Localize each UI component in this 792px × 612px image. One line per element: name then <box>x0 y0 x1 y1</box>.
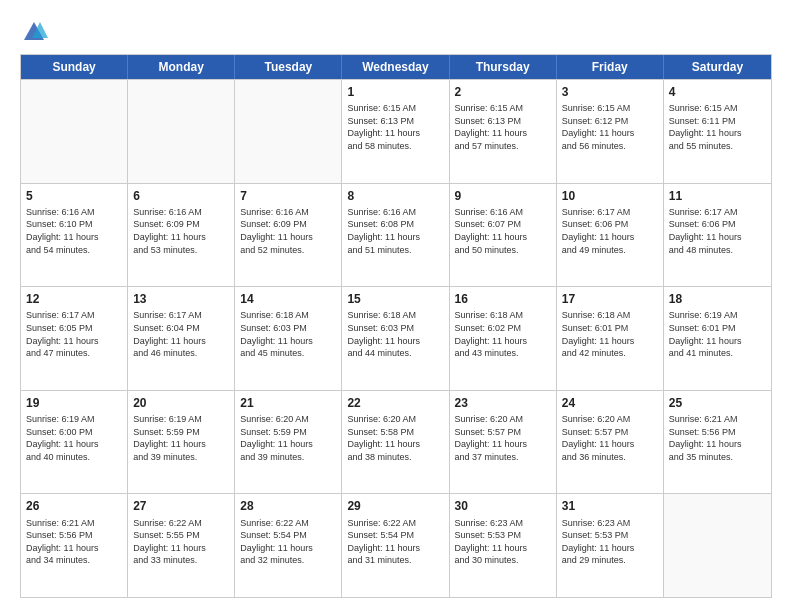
weekday-header-sunday: Sunday <box>21 55 128 79</box>
day-cell-14: 14Sunrise: 6:18 AM Sunset: 6:03 PM Dayli… <box>235 287 342 390</box>
day-number: 9 <box>455 188 551 204</box>
day-cell-25: 25Sunrise: 6:21 AM Sunset: 5:56 PM Dayli… <box>664 391 771 494</box>
day-cell-1: 1Sunrise: 6:15 AM Sunset: 6:13 PM Daylig… <box>342 80 449 183</box>
day-number: 6 <box>133 188 229 204</box>
day-number: 17 <box>562 291 658 307</box>
day-cell-31: 31Sunrise: 6:23 AM Sunset: 5:53 PM Dayli… <box>557 494 664 597</box>
day-info: Sunrise: 6:17 AM Sunset: 6:05 PM Dayligh… <box>26 309 122 359</box>
day-number: 22 <box>347 395 443 411</box>
day-info: Sunrise: 6:18 AM Sunset: 6:03 PM Dayligh… <box>347 309 443 359</box>
day-info: Sunrise: 6:22 AM Sunset: 5:54 PM Dayligh… <box>240 517 336 567</box>
day-info: Sunrise: 6:21 AM Sunset: 5:56 PM Dayligh… <box>26 517 122 567</box>
day-number: 14 <box>240 291 336 307</box>
day-cell-2: 2Sunrise: 6:15 AM Sunset: 6:13 PM Daylig… <box>450 80 557 183</box>
day-cell-15: 15Sunrise: 6:18 AM Sunset: 6:03 PM Dayli… <box>342 287 449 390</box>
week-row-4: 19Sunrise: 6:19 AM Sunset: 6:00 PM Dayli… <box>21 390 771 494</box>
empty-cell <box>235 80 342 183</box>
day-cell-10: 10Sunrise: 6:17 AM Sunset: 6:06 PM Dayli… <box>557 184 664 287</box>
calendar: SundayMondayTuesdayWednesdayThursdayFrid… <box>20 54 772 598</box>
day-info: Sunrise: 6:18 AM Sunset: 6:01 PM Dayligh… <box>562 309 658 359</box>
day-number: 25 <box>669 395 766 411</box>
weekday-header-wednesday: Wednesday <box>342 55 449 79</box>
day-number: 26 <box>26 498 122 514</box>
day-number: 28 <box>240 498 336 514</box>
day-info: Sunrise: 6:19 AM Sunset: 5:59 PM Dayligh… <box>133 413 229 463</box>
day-number: 21 <box>240 395 336 411</box>
day-number: 12 <box>26 291 122 307</box>
header <box>20 18 772 46</box>
day-number: 5 <box>26 188 122 204</box>
day-number: 11 <box>669 188 766 204</box>
day-cell-18: 18Sunrise: 6:19 AM Sunset: 6:01 PM Dayli… <box>664 287 771 390</box>
day-number: 29 <box>347 498 443 514</box>
day-number: 24 <box>562 395 658 411</box>
day-number: 10 <box>562 188 658 204</box>
day-cell-8: 8Sunrise: 6:16 AM Sunset: 6:08 PM Daylig… <box>342 184 449 287</box>
day-cell-19: 19Sunrise: 6:19 AM Sunset: 6:00 PM Dayli… <box>21 391 128 494</box>
day-info: Sunrise: 6:15 AM Sunset: 6:13 PM Dayligh… <box>347 102 443 152</box>
day-number: 18 <box>669 291 766 307</box>
week-row-3: 12Sunrise: 6:17 AM Sunset: 6:05 PM Dayli… <box>21 286 771 390</box>
day-info: Sunrise: 6:21 AM Sunset: 5:56 PM Dayligh… <box>669 413 766 463</box>
day-info: Sunrise: 6:18 AM Sunset: 6:03 PM Dayligh… <box>240 309 336 359</box>
day-number: 20 <box>133 395 229 411</box>
day-cell-13: 13Sunrise: 6:17 AM Sunset: 6:04 PM Dayli… <box>128 287 235 390</box>
weekday-header-saturday: Saturday <box>664 55 771 79</box>
day-cell-12: 12Sunrise: 6:17 AM Sunset: 6:05 PM Dayli… <box>21 287 128 390</box>
day-number: 23 <box>455 395 551 411</box>
day-info: Sunrise: 6:16 AM Sunset: 6:07 PM Dayligh… <box>455 206 551 256</box>
logo <box>20 18 52 46</box>
weekday-header-tuesday: Tuesday <box>235 55 342 79</box>
day-cell-30: 30Sunrise: 6:23 AM Sunset: 5:53 PM Dayli… <box>450 494 557 597</box>
page: SundayMondayTuesdayWednesdayThursdayFrid… <box>0 0 792 612</box>
empty-cell <box>21 80 128 183</box>
day-info: Sunrise: 6:20 AM Sunset: 5:58 PM Dayligh… <box>347 413 443 463</box>
day-cell-23: 23Sunrise: 6:20 AM Sunset: 5:57 PM Dayli… <box>450 391 557 494</box>
calendar-body: 1Sunrise: 6:15 AM Sunset: 6:13 PM Daylig… <box>21 79 771 597</box>
day-number: 3 <box>562 84 658 100</box>
day-info: Sunrise: 6:19 AM Sunset: 6:01 PM Dayligh… <box>669 309 766 359</box>
day-info: Sunrise: 6:15 AM Sunset: 6:11 PM Dayligh… <box>669 102 766 152</box>
day-cell-21: 21Sunrise: 6:20 AM Sunset: 5:59 PM Dayli… <box>235 391 342 494</box>
week-row-2: 5Sunrise: 6:16 AM Sunset: 6:10 PM Daylig… <box>21 183 771 287</box>
weekday-header-thursday: Thursday <box>450 55 557 79</box>
day-info: Sunrise: 6:23 AM Sunset: 5:53 PM Dayligh… <box>455 517 551 567</box>
day-info: Sunrise: 6:16 AM Sunset: 6:09 PM Dayligh… <box>133 206 229 256</box>
day-number: 4 <box>669 84 766 100</box>
day-info: Sunrise: 6:20 AM Sunset: 5:57 PM Dayligh… <box>562 413 658 463</box>
day-info: Sunrise: 6:20 AM Sunset: 5:59 PM Dayligh… <box>240 413 336 463</box>
day-info: Sunrise: 6:22 AM Sunset: 5:55 PM Dayligh… <box>133 517 229 567</box>
weekday-header-friday: Friday <box>557 55 664 79</box>
empty-cell <box>128 80 235 183</box>
day-cell-7: 7Sunrise: 6:16 AM Sunset: 6:09 PM Daylig… <box>235 184 342 287</box>
day-info: Sunrise: 6:17 AM Sunset: 6:06 PM Dayligh… <box>562 206 658 256</box>
weekday-header-monday: Monday <box>128 55 235 79</box>
day-cell-9: 9Sunrise: 6:16 AM Sunset: 6:07 PM Daylig… <box>450 184 557 287</box>
day-number: 16 <box>455 291 551 307</box>
day-number: 27 <box>133 498 229 514</box>
day-cell-11: 11Sunrise: 6:17 AM Sunset: 6:06 PM Dayli… <box>664 184 771 287</box>
day-cell-3: 3Sunrise: 6:15 AM Sunset: 6:12 PM Daylig… <box>557 80 664 183</box>
day-number: 13 <box>133 291 229 307</box>
day-cell-17: 17Sunrise: 6:18 AM Sunset: 6:01 PM Dayli… <box>557 287 664 390</box>
day-info: Sunrise: 6:16 AM Sunset: 6:08 PM Dayligh… <box>347 206 443 256</box>
day-cell-22: 22Sunrise: 6:20 AM Sunset: 5:58 PM Dayli… <box>342 391 449 494</box>
day-cell-4: 4Sunrise: 6:15 AM Sunset: 6:11 PM Daylig… <box>664 80 771 183</box>
day-cell-6: 6Sunrise: 6:16 AM Sunset: 6:09 PM Daylig… <box>128 184 235 287</box>
calendar-header: SundayMondayTuesdayWednesdayThursdayFrid… <box>21 55 771 79</box>
day-number: 31 <box>562 498 658 514</box>
day-cell-16: 16Sunrise: 6:18 AM Sunset: 6:02 PM Dayli… <box>450 287 557 390</box>
empty-cell <box>664 494 771 597</box>
day-info: Sunrise: 6:17 AM Sunset: 6:04 PM Dayligh… <box>133 309 229 359</box>
day-info: Sunrise: 6:22 AM Sunset: 5:54 PM Dayligh… <box>347 517 443 567</box>
day-number: 19 <box>26 395 122 411</box>
week-row-1: 1Sunrise: 6:15 AM Sunset: 6:13 PM Daylig… <box>21 79 771 183</box>
day-info: Sunrise: 6:16 AM Sunset: 6:10 PM Dayligh… <box>26 206 122 256</box>
day-info: Sunrise: 6:17 AM Sunset: 6:06 PM Dayligh… <box>669 206 766 256</box>
day-cell-20: 20Sunrise: 6:19 AM Sunset: 5:59 PM Dayli… <box>128 391 235 494</box>
day-number: 1 <box>347 84 443 100</box>
week-row-5: 26Sunrise: 6:21 AM Sunset: 5:56 PM Dayli… <box>21 493 771 597</box>
day-number: 8 <box>347 188 443 204</box>
day-cell-26: 26Sunrise: 6:21 AM Sunset: 5:56 PM Dayli… <box>21 494 128 597</box>
day-cell-29: 29Sunrise: 6:22 AM Sunset: 5:54 PM Dayli… <box>342 494 449 597</box>
